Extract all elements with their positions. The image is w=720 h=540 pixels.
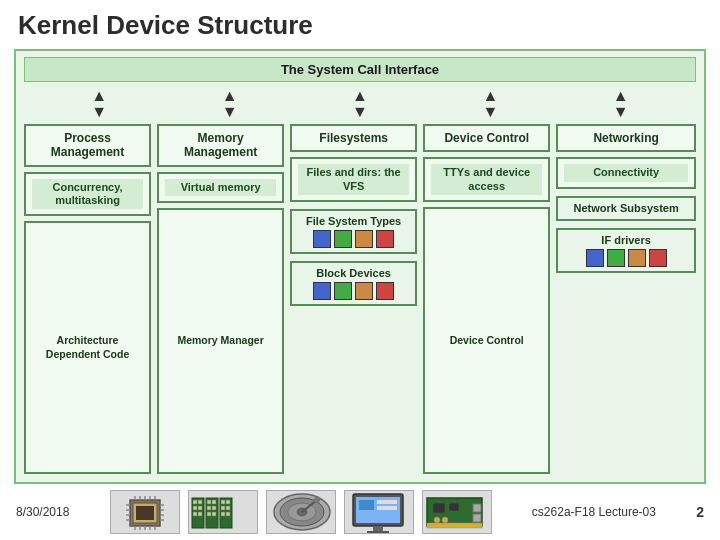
process-header-box: Process Management: [24, 124, 151, 167]
svg-rect-53: [373, 526, 383, 531]
svg-rect-41: [226, 512, 230, 516]
net-subsystem-box: Network Subsystem: [556, 196, 696, 221]
nic-svg: [423, 490, 491, 534]
process-bottom-label: Architecture Dependent Code: [32, 334, 143, 361]
system-call-bar: The System Call Interface: [24, 57, 696, 82]
if-drivers-box: IF drivers: [556, 228, 696, 273]
process-sub-box: Concurrency, multitasking: [24, 172, 151, 216]
svg-point-47: [314, 497, 320, 503]
memory-sub-box: Virtual memory: [157, 172, 284, 203]
svg-rect-37: [221, 506, 225, 510]
dc-bottom-box: Device Control: [423, 207, 550, 474]
process-sub: Concurrency, multitasking: [32, 179, 143, 209]
hdd-svg: [267, 490, 335, 534]
memory-header-box: Memory Management: [157, 124, 284, 167]
footer-center: cs262a-F18 Lecture-03: [532, 505, 656, 519]
memory-bottom-label: Memory Manager: [177, 334, 263, 348]
svg-rect-23: [193, 506, 197, 510]
block-devices-blocks: [297, 282, 410, 300]
net-sub-box: Connectivity: [556, 157, 696, 188]
net-sub: Connectivity: [564, 164, 688, 181]
svg-rect-30: [207, 506, 211, 510]
page-title: Kernel Device Structure: [14, 10, 706, 41]
arrow-2: ▲ ▼: [222, 88, 238, 120]
svg-rect-58: [433, 503, 445, 513]
process-col: Process Management Concurrency, multitas…: [24, 124, 151, 474]
svg-rect-39: [226, 500, 230, 504]
process-bottom-box: Architecture Dependent Code: [24, 221, 151, 474]
memory-col: Memory Management Virtual memory Memory …: [157, 124, 284, 474]
memory-header: Memory Management: [165, 131, 276, 160]
svg-rect-59: [449, 503, 459, 511]
svg-rect-27: [198, 512, 202, 516]
svg-rect-33: [212, 506, 216, 510]
if-block-1: [586, 249, 604, 267]
footer-date: 8/30/2018: [16, 505, 69, 519]
monitor-image: [344, 490, 414, 534]
block-devices-box: Block Devices: [290, 261, 417, 306]
svg-rect-2: [136, 506, 154, 520]
fs-header: Filesystems: [298, 131, 409, 145]
footer-row: 8/30/2018: [14, 490, 706, 534]
dc-bottom-label: Device Control: [450, 334, 524, 348]
page: Kernel Device Structure The System Call …: [0, 0, 720, 540]
cpu-chip-image: [110, 490, 180, 534]
fs-types-title: File System Types: [297, 215, 410, 228]
svg-rect-40: [226, 506, 230, 510]
if-block-4: [649, 249, 667, 267]
process-header: Process Management: [32, 131, 143, 160]
footer-page: 2: [696, 504, 704, 520]
if-drivers-title: IF drivers: [563, 234, 689, 247]
svg-rect-26: [198, 506, 202, 510]
if-block-3: [628, 249, 646, 267]
columns-area: Process Management Concurrency, multitas…: [24, 124, 696, 474]
arrow-1: ▲ ▼: [91, 88, 107, 120]
svg-rect-54: [367, 531, 389, 533]
svg-rect-31: [207, 512, 211, 516]
svg-point-60: [434, 517, 440, 523]
fs-block-2: [334, 230, 352, 248]
fs-block-3: [355, 230, 373, 248]
svg-rect-38: [221, 512, 225, 516]
fs-block-1: [313, 230, 331, 248]
bd-block-3: [355, 282, 373, 300]
hw-images: [110, 490, 492, 534]
bd-block-1: [313, 282, 331, 300]
block-devices-title: Block Devices: [297, 267, 410, 280]
ram-svg: [190, 492, 255, 532]
net-subsystem-title: Network Subsystem: [563, 202, 689, 215]
device-control-col: Device Control TTYs and device access De…: [423, 124, 550, 474]
filesystems-col: Filesystems Files and dirs: the VFS File…: [290, 124, 417, 474]
fs-header-box: Filesystems: [290, 124, 417, 152]
svg-rect-57: [473, 514, 481, 522]
svg-rect-32: [212, 500, 216, 504]
monitor-svg: [345, 490, 413, 534]
net-header: Networking: [564, 131, 688, 145]
if-blocks: [563, 249, 689, 267]
memory-bottom-box: Memory Manager: [157, 208, 284, 474]
dc-header-box: Device Control: [423, 124, 550, 152]
dc-header: Device Control: [431, 131, 542, 145]
harddisk-image: [266, 490, 336, 534]
memory-sub: Virtual memory: [165, 179, 276, 196]
ram-image: [188, 490, 258, 534]
dc-sub-box: TTYs and device access: [423, 157, 550, 201]
svg-rect-29: [207, 500, 211, 504]
net-header-box: Networking: [556, 124, 696, 152]
outer-container: The System Call Interface ▲ ▼ ▲ ▼ ▲ ▼ ▲ …: [14, 49, 706, 484]
fs-types-box: File System Types: [290, 209, 417, 254]
if-block-2: [607, 249, 625, 267]
fs-block-4: [376, 230, 394, 248]
svg-rect-25: [198, 500, 202, 504]
fs-types-blocks: [297, 230, 410, 248]
dc-sub: TTYs and device access: [431, 164, 542, 194]
bd-block-4: [376, 282, 394, 300]
svg-rect-36: [221, 500, 225, 504]
svg-rect-24: [193, 512, 197, 516]
bd-block-2: [334, 282, 352, 300]
fs-sub: Files and dirs: the VFS: [298, 164, 409, 194]
arrows-row: ▲ ▼ ▲ ▼ ▲ ▼ ▲ ▼ ▲ ▼: [24, 88, 696, 120]
svg-rect-56: [473, 504, 481, 512]
fs-sub-box: Files and dirs: the VFS: [290, 157, 417, 201]
arrow-3: ▲ ▼: [352, 88, 368, 120]
